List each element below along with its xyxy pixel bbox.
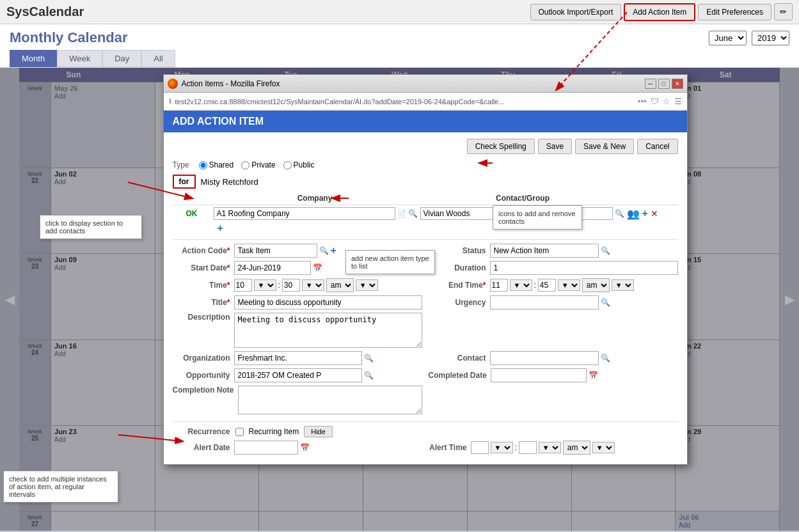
- type-private-label[interactable]: Private: [241, 160, 275, 169]
- end-time-row: End Time ▼ : ▼ am pm: [429, 278, 678, 292]
- end-time-min-select[interactable]: ▼: [558, 279, 580, 291]
- window-controls: ─ □ ✕: [645, 79, 683, 89]
- organization-field: 🔍: [234, 351, 374, 365]
- tab-week[interactable]: Week: [57, 50, 102, 67]
- maximize-button[interactable]: □: [658, 79, 670, 89]
- pencil-icon-button[interactable]: ✏: [774, 3, 793, 20]
- type-public-label[interactable]: Public: [283, 160, 315, 169]
- end-time-min-input[interactable]: [538, 279, 556, 292]
- opportunity-input[interactable]: [234, 368, 362, 382]
- add-action-item-button[interactable]: Add Action Item: [624, 3, 695, 21]
- end-time-ampm-arrow[interactable]: ▼: [612, 279, 634, 291]
- time-min-input[interactable]: [282, 279, 300, 292]
- alert-date-calendar-icon[interactable]: 📅: [300, 443, 310, 452]
- company-doc-icon[interactable]: 📄: [397, 210, 406, 218]
- status-input[interactable]: [490, 244, 599, 258]
- address-url[interactable]: test2v12.cmic.ca:8888/cmictest12c/SysMai…: [175, 98, 634, 106]
- alert-time-hour-input[interactable]: [471, 441, 489, 454]
- description-textarea[interactable]: Meeting to discuss opportunity: [234, 313, 422, 348]
- annotation-action-code: add new action item type to list: [345, 250, 435, 274]
- contact-status: OK: [173, 209, 211, 218]
- start-date-calendar-icon[interactable]: 📅: [313, 263, 322, 272]
- year-select[interactable]: 2019: [752, 31, 789, 45]
- save-button[interactable]: Save: [538, 139, 572, 154]
- top-bar-actions: Outlook Import/Export Add Action Item Ed…: [530, 3, 793, 21]
- remove-contact-icon[interactable]: ✕: [651, 208, 658, 219]
- time-label: Time: [173, 281, 230, 290]
- alert-time-field: ▼ : ▼ am pm ▼: [471, 441, 615, 455]
- type-shared-radio[interactable]: [199, 161, 207, 169]
- organization-input[interactable]: [234, 351, 362, 365]
- minimize-button[interactable]: ─: [645, 79, 656, 89]
- alert-time-ampm-arrow[interactable]: ▼: [592, 442, 615, 453]
- opportunity-label: Opportunity: [173, 371, 230, 380]
- organization-search-icon[interactable]: 🔍: [364, 354, 374, 363]
- alert-time-min-select[interactable]: ▼: [539, 442, 561, 453]
- add-contact-icon[interactable]: +: [642, 208, 648, 219]
- alert-time-min-input[interactable]: [519, 441, 537, 454]
- close-button[interactable]: ✕: [672, 79, 683, 89]
- more-icon[interactable]: •••: [638, 97, 647, 106]
- contact-search-icon[interactable]: 🔍: [615, 209, 624, 218]
- recurring-item-label: Recurring Item: [249, 427, 299, 436]
- for-button[interactable]: for: [173, 175, 196, 189]
- cancel-button[interactable]: Cancel: [637, 139, 677, 154]
- outlook-import-export-button[interactable]: Outlook Import/Export: [530, 4, 622, 20]
- add-contact-row-button[interactable]: +: [218, 223, 678, 234]
- tab-day[interactable]: Day: [102, 50, 141, 67]
- company-search-icon[interactable]: 🔍: [408, 209, 418, 218]
- action-code-search-icon[interactable]: 🔍: [319, 246, 329, 255]
- opportunity-row: Opportunity 🔍: [173, 368, 422, 382]
- urgency-search-icon[interactable]: 🔍: [601, 298, 610, 307]
- alert-time-hour-select[interactable]: ▼: [491, 442, 513, 453]
- time-ampm-select[interactable]: am pm: [326, 278, 354, 292]
- company-input[interactable]: [214, 207, 395, 220]
- recurring-item-checkbox[interactable]: [235, 428, 244, 436]
- urgency-input[interactable]: [490, 295, 599, 309]
- time-hour-select[interactable]: ▼: [254, 279, 276, 291]
- tab-all[interactable]: All: [141, 50, 175, 67]
- end-time-hour-input[interactable]: [490, 279, 508, 292]
- check-spelling-button[interactable]: Check Spelling: [467, 139, 535, 154]
- title-input[interactable]: [234, 295, 422, 309]
- calendar-title: Monthly Calendar: [10, 29, 128, 50]
- browser-title: Action Items - Mozilla Firefox: [168, 79, 280, 89]
- contact-input[interactable]: [490, 351, 599, 365]
- action-code-field: 🔍 +: [234, 244, 336, 258]
- type-public-radio[interactable]: [283, 161, 292, 169]
- star-icon[interactable]: ☆: [663, 97, 670, 106]
- time-min-select[interactable]: ▼: [302, 279, 324, 291]
- completion-note-textarea[interactable]: [238, 386, 422, 414]
- time-ampm-arrow[interactable]: ▼: [356, 279, 378, 291]
- urgency-field: 🔍: [490, 295, 610, 309]
- company-col-header: Company: [211, 194, 419, 203]
- completed-date-calendar-icon[interactable]: 📅: [589, 371, 598, 380]
- status-search-icon[interactable]: 🔍: [601, 246, 610, 255]
- edit-preferences-button[interactable]: Edit Preferences: [698, 4, 771, 20]
- menu-icon[interactable]: ☰: [674, 97, 682, 106]
- tab-month[interactable]: Month: [10, 50, 57, 67]
- annotation-contact-icons: icons to add and remove contacts: [493, 205, 582, 230]
- type-shared-label[interactable]: Shared: [199, 160, 234, 169]
- action-code-input[interactable]: [234, 244, 317, 258]
- duration-input[interactable]: [490, 261, 678, 275]
- time-hour-input[interactable]: [234, 279, 252, 292]
- contact-search-icon[interactable]: 🔍: [601, 354, 610, 363]
- alert-date-input[interactable]: [234, 441, 298, 455]
- completion-note-row: Completion Note: [173, 386, 422, 414]
- completed-date-input[interactable]: [491, 368, 587, 382]
- save-new-button[interactable]: Save & New: [575, 139, 634, 154]
- annotation-for-btn: click to display section to add contacts: [40, 215, 142, 239]
- month-select[interactable]: June: [709, 31, 747, 45]
- end-time-ampm-select[interactable]: am pm: [582, 278, 610, 292]
- type-private-radio[interactable]: [241, 161, 249, 169]
- start-date-label: Start Date: [173, 263, 230, 272]
- action-code-add-icon[interactable]: +: [331, 245, 336, 256]
- calendar-tabs: Month Week Day All: [10, 50, 789, 67]
- contact-group-icon[interactable]: 👥: [627, 208, 640, 220]
- opportunity-search-icon[interactable]: 🔍: [364, 371, 374, 380]
- hide-button[interactable]: Hide: [304, 426, 333, 437]
- alert-time-ampm-select[interactable]: am pm: [563, 441, 590, 455]
- start-date-input[interactable]: [234, 261, 311, 275]
- end-time-hour-select[interactable]: ▼: [510, 279, 532, 291]
